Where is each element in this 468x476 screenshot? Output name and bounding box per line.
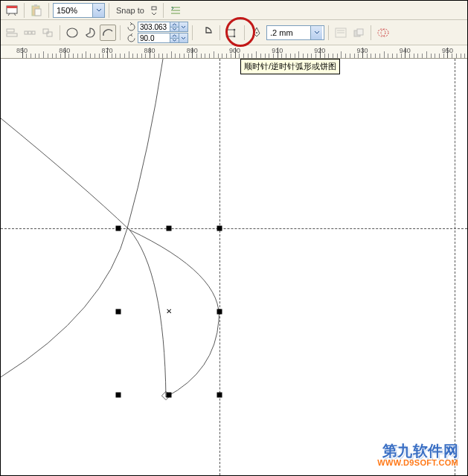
ruler-tick-minor — [124, 54, 125, 58]
start-angle-input[interactable] — [138, 22, 170, 31]
end-angle-spinner[interactable] — [138, 33, 188, 43]
ruler-tick-minor — [452, 54, 452, 58]
ruler-tick-minor — [56, 54, 57, 58]
selection-handle[interactable] — [116, 393, 121, 398]
chevron-down-icon[interactable] — [170, 39, 179, 43]
ruler-tick-minor — [26, 54, 27, 58]
chevron-down-icon[interactable] — [170, 28, 179, 32]
ruler-tick-minor — [141, 54, 142, 58]
svg-rect-17 — [47, 32, 52, 36]
ellipse-icon[interactable] — [64, 25, 80, 41]
pen-outline-icon[interactable] — [249, 25, 265, 41]
selection-handle[interactable] — [167, 393, 172, 398]
ruler-tick-minor — [384, 51, 385, 58]
zoom-input[interactable] — [54, 4, 92, 17]
svg-rect-7 — [152, 7, 156, 10]
toolbar-properties — [1, 20, 467, 45]
canvas[interactable]: ✕ 第九软件网 WWW.D9SOFT.COM — [1, 59, 467, 475]
arc-icon[interactable] — [100, 25, 116, 41]
ruler-tick-minor — [311, 54, 312, 58]
svg-point-18 — [67, 28, 77, 37]
svg-rect-16 — [43, 29, 48, 33]
ruler-tick-minor — [86, 51, 86, 58]
angle-spinners — [126, 22, 188, 43]
ruler-tick-minor — [324, 54, 325, 58]
behind-icon[interactable] — [375, 25, 391, 41]
end-angle-input[interactable] — [138, 33, 170, 42]
align-icon — [4, 25, 20, 41]
ruler-tick-minor — [417, 54, 418, 58]
ruler-tick-minor — [464, 54, 465, 58]
separator — [24, 3, 25, 18]
ruler-tick-minor — [115, 54, 116, 58]
convert-curves-icon[interactable] — [224, 25, 240, 41]
ruler-tick-minor — [90, 54, 91, 58]
separator — [109, 3, 109, 18]
ruler-tick-minor — [243, 54, 244, 58]
ruler-tick-minor — [341, 51, 342, 58]
ruler-tick-minor — [154, 54, 155, 58]
selection-handle[interactable] — [116, 226, 121, 231]
svg-point-20 — [226, 28, 228, 30]
ruler-tick-minor — [226, 54, 227, 58]
ruler-tick-minor — [281, 54, 282, 58]
chevron-down-icon[interactable] — [310, 26, 322, 39]
spinner-buttons[interactable] — [170, 22, 179, 31]
ruler-tick-minor — [112, 54, 112, 58]
ruler-tick-minor — [422, 54, 423, 58]
selection-center[interactable]: ✕ — [166, 309, 173, 315]
ruler-tick-minor — [162, 54, 163, 58]
ruler-tick-minor — [205, 54, 205, 58]
distribute-icon — [22, 25, 38, 41]
ruler-tick-minor — [68, 54, 69, 58]
ruler-tick-minor — [350, 54, 350, 58]
svg-rect-11 — [7, 29, 14, 32]
ruler-tick-minor — [371, 54, 371, 58]
outline-width-combo[interactable] — [266, 25, 324, 40]
selection-handle[interactable] — [217, 226, 222, 231]
chevron-down-icon[interactable] — [179, 22, 187, 31]
ruler-tick-minor — [260, 54, 261, 58]
separator — [48, 3, 49, 18]
ruler-tick-minor — [354, 54, 355, 58]
svg-rect-15 — [32, 31, 35, 34]
ruler-tick-minor — [43, 51, 44, 58]
separator — [371, 25, 371, 40]
svg-rect-12 — [7, 33, 17, 36]
arc-direction-button[interactable] — [196, 23, 216, 42]
ruler-tick-minor — [439, 54, 440, 58]
svg-point-24 — [256, 32, 257, 33]
selection-handle[interactable] — [217, 309, 222, 315]
selection-handle[interactable] — [217, 393, 222, 398]
chevron-down-icon[interactable] — [179, 33, 187, 42]
selection-handle[interactable] — [116, 309, 121, 315]
presentation-icon[interactable] — [4, 2, 20, 19]
snap-dropdown-icon[interactable] — [149, 2, 159, 19]
ruler-tick-minor — [239, 54, 240, 58]
selection-handle[interactable] — [167, 226, 172, 231]
ruler-tick-minor — [39, 54, 39, 58]
ruler-tick-minor — [31, 54, 31, 58]
ruler-tick-minor — [73, 54, 74, 58]
separator — [192, 25, 193, 40]
pie-icon[interactable] — [82, 25, 98, 41]
chevron-down-icon[interactable] — [92, 4, 104, 17]
ruler-tick-minor — [388, 54, 388, 58]
svg-rect-5 — [34, 4, 37, 7]
svg-rect-6 — [35, 9, 41, 16]
svg-rect-29 — [357, 29, 363, 35]
zoom-combo[interactable] — [53, 3, 105, 18]
ruler-tick-minor — [99, 54, 100, 58]
ruler-tick-minor — [214, 51, 214, 58]
group-icon — [39, 25, 56, 41]
ruler-tick-minor — [137, 54, 138, 58]
ruler-horizontal[interactable]: 850860870880890900910920930940950 — [1, 45, 467, 59]
ruler-tick-minor — [328, 54, 329, 58]
outline-width-input[interactable] — [267, 26, 310, 39]
snap-options-icon[interactable] — [167, 2, 184, 19]
ruler-tick-minor — [379, 54, 380, 58]
start-angle-spinner[interactable] — [138, 22, 188, 32]
ruler-tick-minor — [286, 54, 286, 58]
ruler-tick-minor — [184, 54, 185, 58]
spinner-buttons[interactable] — [170, 33, 179, 42]
